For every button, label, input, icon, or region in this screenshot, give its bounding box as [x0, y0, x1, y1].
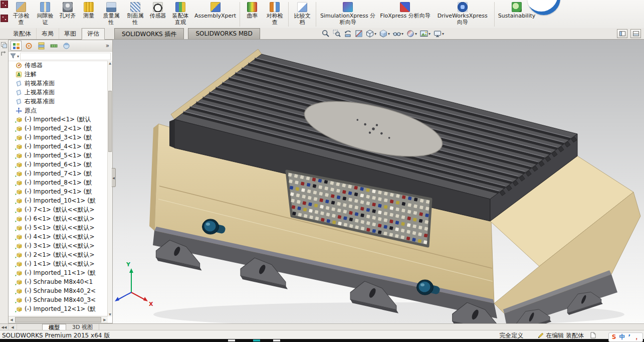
filter-funnel-icon[interactable] [10, 53, 16, 60]
tree-item[interactable]: (-) Imported_8<1> (默 [9, 178, 108, 187]
dropdown-caret-icon[interactable]: ▾ [401, 32, 403, 36]
tab-布局[interactable]: 布局 [37, 28, 59, 39]
sensor-button[interactable]: 传感器 [147, 1, 168, 19]
edit-appearance-icon[interactable]: ▾ [405, 29, 418, 38]
section-view-icon[interactable] [354, 29, 364, 38]
scroll-right-icon[interactable]: ▶ [102, 318, 108, 322]
tree-item[interactable]: (-) Imported_10<1> (默 [9, 196, 108, 205]
tab-评估[interactable]: 评估 [82, 28, 105, 40]
ime-item-0[interactable]: S [612, 333, 616, 341]
tree-horizontal-scrollbar[interactable]: ◀ ▶ [9, 316, 108, 323]
view-orientation-icon[interactable]: ▾ [365, 29, 377, 38]
floxpress-button[interactable]: FloXpress 分析向导 [378, 1, 433, 19]
horizontal-scroll-thumb[interactable] [15, 317, 101, 322]
simulationxpress-button[interactable]: SimulationXpress 分析向导 [318, 1, 378, 26]
hole-alignment-button[interactable]: 孔对齐 [57, 1, 78, 19]
scroll-left-icon[interactable]: ◀ [9, 318, 15, 322]
scroll-up-icon[interactable]: ▲ [108, 61, 112, 65]
tree-item[interactable]: (-) Imported_7<1> (默 [9, 169, 108, 178]
tree-item[interactable]: A注解 [9, 70, 108, 79]
tree-item[interactable]: 上视基准面 [9, 88, 108, 97]
filter-caret-icon[interactable]: ▾ [17, 54, 19, 59]
tree-item[interactable]: (-) 5<1> (默认<<默认> [9, 223, 108, 232]
tree-item[interactable]: (-) Imported_11<1> (默 [9, 268, 108, 277]
tree-item[interactable]: (-) 2<1> (默认<<默认> [9, 250, 108, 259]
mass-properties-button[interactable]: 质量属性 [99, 1, 123, 26]
tree-item[interactable]: 传感器 [9, 61, 108, 70]
hide-show-items-icon[interactable]: ▾ [392, 29, 404, 38]
addin-tab-1[interactable]: SOLIDWORKS MBD [188, 28, 260, 39]
side-pane-icon-1[interactable] [1, 42, 7, 48]
apply-scene-icon[interactable]: ▾ [419, 29, 432, 38]
tab-草图[interactable]: 草图 [59, 28, 82, 39]
display-pane-icon[interactable] [630, 29, 641, 38]
tree-item[interactable]: (-) Imported<1> (默认 [9, 115, 108, 124]
dropdown-caret-icon[interactable]: ▾ [374, 32, 376, 36]
feature-tree-filter[interactable]: ▾ [9, 52, 112, 61]
collapse-ribbon-icon[interactable] [617, 29, 627, 38]
panel-collapse-handle[interactable]: ◀ [112, 168, 116, 187]
status-doc-icon[interactable] [590, 332, 596, 338]
dimxpertmanager-tab-icon[interactable] [48, 41, 59, 51]
taskbar-window-1[interactable] [228, 339, 235, 341]
configurationmanager-tab-icon[interactable] [36, 41, 47, 51]
tree-item[interactable]: (-) Schraube M8x40_3< [9, 295, 108, 304]
scroll-down-icon[interactable]: ▼ [108, 312, 112, 316]
zoom-fit-icon[interactable] [321, 29, 331, 38]
side-pane-icon-2[interactable] [1, 51, 7, 57]
tree-item[interactable]: 前视基准面 [9, 79, 108, 88]
ime-item-3[interactable]: ， [633, 333, 639, 341]
tab-装配体[interactable]: 装配体 [8, 28, 37, 39]
component-icon [15, 297, 23, 303]
tree-item[interactable]: (-) Schraube M8x40<1 [9, 277, 108, 286]
taskbar-window-3[interactable] [273, 339, 280, 341]
assemblyxpert-button[interactable]: AssemblyXpert [192, 1, 238, 19]
ime-item-2[interactable]: ’ [628, 333, 630, 341]
featuremanager-tree-tab-icon[interactable] [11, 41, 22, 51]
previous-view-icon[interactable] [343, 29, 353, 38]
view-settings-icon[interactable]: ▾ [433, 29, 445, 38]
compare-documents-button[interactable]: 比较文档 [290, 1, 314, 26]
tree-item[interactable]: (-) 4<1> (默认<<默认> [9, 232, 108, 241]
addin-tab-0[interactable]: SOLIDWORKS 插件 [114, 28, 184, 39]
tree-item[interactable]: (-) 1<1> (默认<<默认> [9, 259, 108, 268]
tree-item[interactable]: 右视基准面 [9, 97, 108, 106]
tree-item[interactable]: (-) Imported_12<1> (默 [9, 304, 108, 313]
tree-vertical-scrollbar[interactable]: ▲ ▼ [107, 61, 112, 316]
driveworksxpress-button[interactable]: DriveWorksXpress 向导 [433, 1, 493, 26]
tree-item[interactable]: (-) Imported_4<1> (默 [9, 142, 108, 151]
dropdown-caret-icon[interactable]: ▾ [415, 32, 417, 36]
display-style-icon[interactable]: ▾ [378, 29, 391, 38]
displaymanager-tab-icon[interactable] [61, 41, 72, 51]
tree-item[interactable]: (-) Imported_6<1> (默 [9, 160, 108, 169]
dropdown-caret-icon[interactable]: ▾ [388, 32, 390, 36]
filter-input[interactable] [20, 53, 111, 60]
symmetry-check-button[interactable]: 对称检查 [263, 1, 287, 26]
tree-item[interactable]: (-) 6<1> (默认<<默认> [9, 214, 108, 223]
tree-item-label: (-) Schraube M8x40_3< [25, 296, 96, 303]
measure-button[interactable]: 测量 [78, 1, 99, 19]
propertymanager-tab-icon[interactable] [23, 41, 34, 51]
tree-item[interactable]: 原点 [9, 106, 108, 115]
dropdown-caret-icon[interactable]: ▾ [428, 32, 431, 36]
tree-item[interactable]: (-) Schraube M8x40_2< [9, 286, 108, 295]
dropdown-caret-icon[interactable]: ▾ [442, 32, 444, 36]
curvature-button[interactable]: 曲率 [242, 1, 263, 19]
ime-item-1[interactable]: 中 [619, 333, 625, 341]
app-corner-icon-top[interactable] [1, 1, 8, 8]
zoom-area-icon[interactable] [332, 29, 342, 38]
taskbar-window-2[interactable] [253, 339, 260, 341]
assembly-visualization-button[interactable]: 装配体直观 [168, 1, 192, 26]
section-properties-button[interactable]: 剖面属性 [123, 1, 147, 26]
vertical-scroll-thumb[interactable] [108, 91, 112, 152]
interference-check-button[interactable]: 干涉检查 [9, 1, 33, 26]
tree-item[interactable]: (-) Imported_2<1> (默 [9, 124, 108, 133]
expand-flyout-icon[interactable]: » [106, 42, 110, 49]
app-corner-icon-bottom[interactable] [1, 15, 8, 22]
tree-item[interactable]: (-) Imported_9<1> (默 [9, 187, 108, 196]
tree-item[interactable]: (-) Imported_5<1> (默 [9, 151, 108, 160]
tree-item[interactable]: (-) Imported_3<1> (默 [9, 133, 108, 142]
clearance-verify-button[interactable]: 间隙验证 [33, 1, 57, 26]
tree-item[interactable]: (-) 7<1> (默认<<默认> [9, 205, 108, 214]
tree-item[interactable]: (-) 3<1> (默认<<默认> [9, 241, 108, 250]
